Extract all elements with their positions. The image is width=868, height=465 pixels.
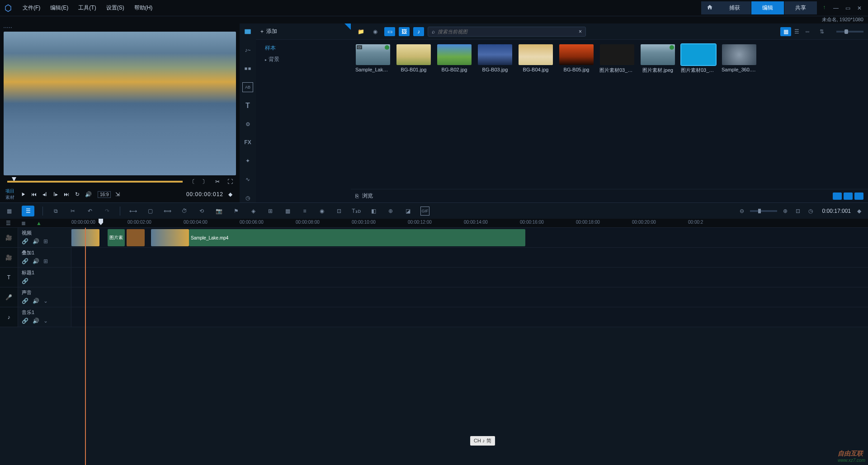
menu-settings[interactable]: 设置(S) [102, 2, 129, 14]
library-thumbnail[interactable] [519, 44, 553, 65]
track-video-content[interactable]: 图片素 Sample_Lake.mp4 [71, 228, 868, 247]
tab-edit[interactable]: 编辑 [751, 1, 784, 14]
track-title-icon[interactable]: T [0, 268, 18, 287]
go-start-button[interactable]: ⏮ [30, 190, 38, 198]
track-title-content[interactable] [71, 268, 868, 287]
copy-icon[interactable]: ⧉ [51, 207, 60, 216]
menu-edit[interactable]: 编辑(E) [46, 2, 73, 14]
tree-item-sample[interactable]: 样本 [256, 42, 351, 54]
go-end-button[interactable]: ⏭ [62, 190, 71, 198]
library-item[interactable]: 图片素材03_副... [681, 44, 716, 74]
storyboard-view-icon[interactable]: ▦ [5, 207, 14, 216]
zoom-slider[interactable] [750, 210, 777, 212]
filter-video-icon[interactable]: ▭ [384, 27, 395, 36]
expand-icon[interactable]: ⛶ [226, 178, 234, 186]
link-icon[interactable]: 🔗 [22, 318, 27, 323]
view-list-icon[interactable]: ☰ [791, 27, 802, 36]
volume-button[interactable]: 🔊 [84, 190, 92, 198]
filter-image-icon[interactable]: 🖼 [399, 27, 410, 36]
audio-tab-icon[interactable]: ♪~ [242, 46, 253, 55]
playhead-line[interactable] [85, 228, 86, 465]
minimize-button[interactable]: — [831, 4, 841, 12]
thumbnail-size-slider[interactable] [836, 31, 863, 33]
multicam-icon[interactable]: ⊡ [335, 207, 344, 216]
color-icon[interactable]: ◪ [403, 207, 412, 216]
clip-3[interactable] [127, 229, 145, 246]
search-input[interactable] [438, 29, 576, 34]
library-item[interactable]: BG-B03.jpg [477, 44, 513, 74]
library-thumbnail[interactable] [722, 44, 756, 65]
sort-icon[interactable]: ⇅ [816, 27, 827, 36]
favorite-corner-icon[interactable] [344, 23, 351, 30]
library-thumbnail[interactable] [437, 44, 472, 65]
library-thumbnail[interactable] [681, 44, 716, 65]
marker-icon[interactable]: ⚑ [231, 207, 241, 216]
menu-tools[interactable]: 工具(T) [74, 2, 100, 14]
library-thumbnail[interactable] [559, 44, 594, 65]
mute-icon[interactable]: 🔊 [33, 318, 38, 323]
track-overlay-icon[interactable]: 🎥 [0, 248, 18, 267]
mute-icon[interactable]: 🔊 [33, 238, 38, 244]
fit-clip-icon[interactable]: ⟷ [128, 207, 137, 216]
view-large-icon[interactable]: ▦ [780, 27, 791, 36]
aspect-ratio[interactable]: 16:9 [98, 191, 111, 198]
media-tab-icon[interactable] [242, 27, 253, 37]
menu-file[interactable]: 文件(F) [18, 2, 45, 14]
library-item[interactable]: BG-B05.jpg [559, 44, 594, 74]
gear-tab-icon[interactable]: ⚙ [242, 119, 253, 129]
timecode-spinner-icon[interactable]: ◆ [226, 190, 234, 198]
library-search[interactable]: ⌕ × [428, 27, 586, 37]
library-item[interactable]: 图片素材03_副... [599, 44, 635, 74]
grid-icon[interactable]: ⊞ [43, 258, 49, 263]
track-voice-content[interactable] [71, 287, 868, 307]
filter-audio-icon[interactable]: ♪ [413, 27, 424, 36]
playhead-marker[interactable] [99, 219, 103, 225]
mask-icon[interactable]: ◧ [369, 207, 378, 216]
grid-icon[interactable]: ⊞ [43, 238, 49, 244]
library-item[interactable]: BG-B01.jpg [396, 44, 431, 74]
browse-label[interactable]: 浏览 [362, 192, 373, 200]
ruler-snap-icon[interactable]: ≣ [19, 219, 28, 228]
text-tab-icon[interactable]: T [242, 101, 253, 111]
track-icon[interactable]: ≡ [300, 207, 309, 216]
tools-icon[interactable]: ✂ [68, 207, 77, 216]
redo-icon[interactable]: ↷ [103, 207, 112, 216]
link-icon[interactable]: 🔗 [22, 278, 27, 283]
play-button[interactable] [19, 190, 27, 198]
chapter-icon[interactable]: ◈ [249, 207, 258, 216]
add-media-button[interactable]: + 添加 [260, 28, 277, 35]
library-item[interactable]: 图片素材.jpeg [640, 44, 675, 74]
fit-window-icon[interactable]: ⊡ [793, 207, 802, 216]
track-overlay-content[interactable] [71, 248, 868, 267]
library-thumbnail[interactable] [641, 44, 675, 65]
mute-icon[interactable]: 🔊 [33, 258, 38, 263]
loop-button[interactable]: ↻ [73, 190, 81, 198]
footer-btn-3[interactable] [854, 193, 863, 200]
browse-icon[interactable]: ⎘ [355, 193, 359, 199]
track-video-icon[interactable]: 🎥 [0, 228, 18, 247]
link-icon[interactable]: 🔗 [22, 298, 27, 303]
motion-icon[interactable]: ◉ [317, 207, 326, 216]
wand-tab-icon[interactable]: ✦ [242, 156, 253, 166]
tab-capture[interactable]: 捕获 [718, 1, 751, 14]
import-folder-icon[interactable]: 📁 [355, 27, 366, 36]
mark-in-icon[interactable]: 〔 [188, 178, 196, 186]
library-item[interactable]: Sample_360.m... [722, 44, 757, 74]
ruler-list-icon[interactable]: ☰ [4, 219, 13, 228]
step-fwd-button[interactable]: Ⅰ▸ [52, 190, 60, 198]
close-button[interactable]: ✕ [854, 4, 864, 12]
gif-icon[interactable]: GIF [420, 207, 429, 216]
clip-4[interactable]: Sample_Lake.mp4 [189, 229, 525, 246]
grid1-icon[interactable]: ⊞ [266, 207, 275, 216]
library-thumbnail[interactable] [600, 44, 634, 65]
duration-spinner-icon[interactable]: ◆ [854, 207, 863, 216]
track-voice-icon[interactable]: 🎤 [0, 287, 18, 307]
speed-icon[interactable]: ⏱ [180, 207, 189, 216]
library-thumbnail[interactable] [396, 44, 431, 65]
upload-icon[interactable]: ↑ [817, 1, 831, 14]
library-thumbnail[interactable] [478, 44, 512, 65]
library-item[interactable]: BG-B04.jpg [518, 44, 553, 74]
preview-mode-toggle[interactable]: 项目 素材 [5, 188, 14, 201]
snapshot-icon[interactable]: 📷 [214, 207, 223, 216]
preview-timecode[interactable]: 00:00:00:012 [186, 191, 223, 197]
